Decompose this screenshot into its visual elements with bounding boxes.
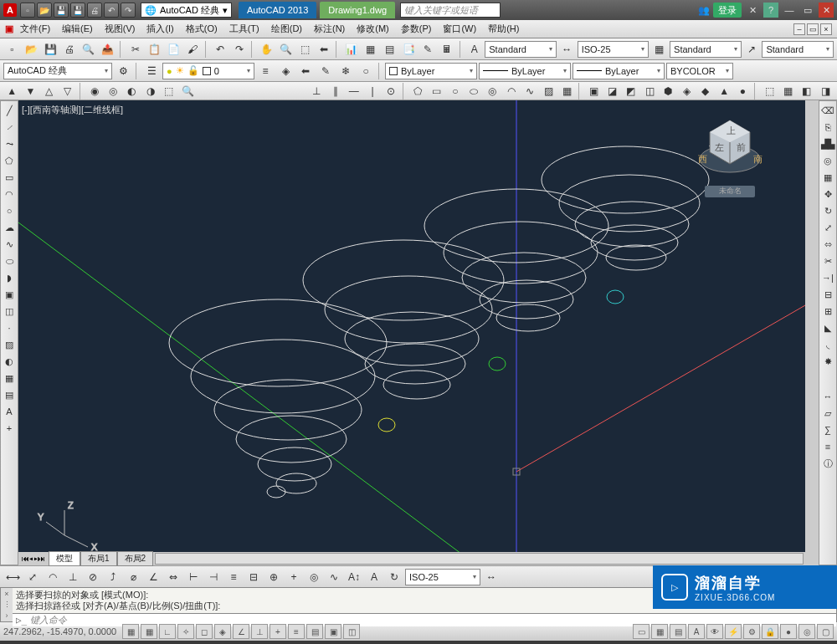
dimbreak-icon[interactable]: ⊟ [244, 568, 263, 586]
arc-icon[interactable]: ◠ [2, 187, 17, 202]
annovis-icon[interactable]: 👁 [706, 624, 723, 639]
qview-icon[interactable]: ▦ [651, 624, 668, 639]
massprop-icon[interactable]: ∑ [820, 422, 835, 437]
minimize-button[interactable]: — [782, 3, 797, 18]
nav4-icon[interactable]: ◨ [817, 82, 834, 100]
tab-layout2[interactable]: 布局2 [117, 551, 154, 566]
dimstyle2-select[interactable]: ISO-25▾ [405, 569, 480, 585]
nav3-icon[interactable]: ◧ [798, 82, 815, 100]
print-icon[interactable]: 🖨 [87, 3, 102, 18]
diminsp-icon[interactable]: ◎ [305, 568, 323, 586]
ssm-icon[interactable]: 📑 [400, 40, 418, 59]
xline-icon[interactable]: ⟋ [2, 120, 17, 135]
cmd-handle-icon[interactable]: ⋮ [1, 599, 13, 610]
viewport-label[interactable]: [-][西南等轴测][二维线框] [22, 104, 123, 116]
polygon-icon[interactable]: ⬠ [2, 153, 17, 168]
qdim-icon[interactable]: ⇔ [164, 568, 182, 586]
menu-dimension[interactable]: 标注(N) [309, 21, 350, 37]
tab-model[interactable]: 模型 [49, 551, 80, 566]
addsel-icon[interactable]: + [2, 421, 17, 436]
new-icon[interactable]: ▫ [3, 40, 21, 59]
erase-icon[interactable]: ⌫ [820, 103, 835, 118]
ws-switch-icon[interactable]: ⚙ [743, 624, 760, 639]
dimarc-icon[interactable]: ◠ [44, 568, 62, 586]
mleaderstyle-icon[interactable]: ↗ [743, 40, 761, 59]
qvlay-icon[interactable]: ▤ [670, 624, 686, 639]
pinfo-icon[interactable]: ⓘ [820, 456, 835, 471]
arc-icon[interactable]: ◠ [502, 82, 519, 100]
plot-icon[interactable]: 🖨 [61, 40, 79, 59]
nav2-icon[interactable]: ▦ [779, 82, 796, 100]
dimstyle-select[interactable]: ISO-25▾ [578, 41, 650, 58]
fillet-icon[interactable]: ◟ [820, 337, 835, 352]
model-toggle[interactable]: ▭ [633, 624, 650, 639]
rectangle-icon[interactable]: ▭ [2, 170, 17, 185]
saveas-icon[interactable]: 💾 [70, 3, 85, 18]
workspace-selector[interactable]: 🌐 AutoCAD 经典 ▾ [141, 3, 232, 18]
dyn-toggle[interactable]: + [270, 624, 286, 639]
explode-icon[interactable]: ✸ [820, 354, 835, 369]
textstyle-icon[interactable]: A [465, 40, 483, 59]
textstyle-select[interactable]: Standard▾ [485, 41, 557, 58]
layer-states-icon[interactable]: ≡ [256, 62, 275, 80]
dimspace-icon[interactable]: ≡ [224, 568, 243, 586]
cmd-close-icon[interactable]: × [1, 588, 13, 599]
list-icon[interactable]: ≡ [820, 439, 835, 454]
copy-icon[interactable]: ⎘ [820, 120, 835, 135]
3d2-icon[interactable]: ◪ [603, 82, 620, 100]
pline-icon[interactable]: ⤳ [2, 136, 17, 151]
3d6-icon[interactable]: ◈ [678, 82, 695, 100]
calc-icon[interactable]: 🖩 [439, 40, 456, 59]
dc-icon[interactable]: ▦ [362, 40, 379, 59]
pgrip2-icon[interactable]: ◎ [105, 82, 121, 100]
dimjogl-icon[interactable]: ∿ [325, 568, 343, 586]
doc-restore-button[interactable]: ▭ [807, 23, 819, 35]
circle-icon[interactable]: ○ [2, 203, 17, 218]
iso-obj-icon[interactable]: ◎ [798, 624, 815, 639]
join-icon[interactable]: ⊞ [820, 304, 835, 319]
above-icon[interactable]: △ [41, 82, 58, 100]
circ-icon[interactable]: ○ [447, 82, 464, 100]
color-select[interactable]: ByLayer▾ [385, 63, 477, 79]
drawing-canvas[interactable]: X Y Z [18, 100, 805, 552]
annoscale-icon[interactable]: A [688, 624, 705, 639]
dimang-icon[interactable]: ∠ [144, 568, 162, 586]
help-search-input[interactable]: 键入关键字或短语 [400, 3, 501, 18]
tablestyle-icon[interactable]: ▦ [650, 40, 668, 59]
trim-icon[interactable]: ✂ [820, 253, 835, 268]
menu-draw[interactable]: 绘图(D) [266, 21, 307, 37]
gear-icon[interactable]: ⚙ [114, 62, 132, 80]
nav1-icon[interactable]: ⬚ [761, 82, 778, 100]
doc-close-button[interactable]: × [820, 23, 832, 35]
menu-tools[interactable]: 工具(T) [224, 21, 264, 37]
hardware-icon[interactable]: ● [780, 624, 797, 639]
tab-layout1[interactable]: 布局1 [80, 551, 117, 566]
front-icon[interactable]: ▲ [3, 82, 20, 100]
break-icon[interactable]: ⊟ [820, 287, 835, 302]
qp-toggle[interactable]: ▣ [325, 624, 341, 639]
plotstyle-select[interactable]: BYCOLOR▾ [666, 63, 733, 79]
lock-ui-icon[interactable]: 🔒 [762, 624, 778, 639]
pgrip4-icon[interactable]: ◑ [141, 82, 158, 100]
zoom-icon[interactable]: 🔍 [277, 40, 295, 59]
makeblock-icon[interactable]: ◫ [2, 304, 17, 319]
redo-icon[interactable]: ↷ [121, 3, 136, 18]
undo-icon[interactable]: ↶ [104, 3, 119, 18]
find-icon[interactable]: 🔍 [179, 82, 196, 100]
scale-icon[interactable]: ⤢ [820, 220, 835, 235]
exchange-icon[interactable]: ✕ [745, 3, 760, 18]
spline-icon[interactable]: ∿ [521, 82, 538, 100]
gradient-icon[interactable]: ◐ [2, 354, 17, 369]
app-icon[interactable]: A [3, 3, 17, 17]
menu-help[interactable]: 帮助(H) [483, 21, 524, 37]
view-label[interactable]: 未命名 [705, 186, 755, 197]
hatch2-icon[interactable]: ▨ [540, 82, 557, 100]
snap-toggle[interactable]: ▦ [122, 624, 139, 639]
signin-icon[interactable]: 👥 [698, 5, 710, 16]
linetype-select[interactable]: ByLayer▾ [479, 63, 571, 79]
layer-freeze-icon[interactable]: ❄ [336, 62, 355, 80]
menu-edit[interactable]: 编辑(E) [57, 21, 98, 37]
point-icon[interactable]: · [2, 320, 17, 335]
redo-icon[interactable]: ↷ [230, 40, 248, 59]
chamfer-icon[interactable]: ◣ [820, 320, 835, 335]
